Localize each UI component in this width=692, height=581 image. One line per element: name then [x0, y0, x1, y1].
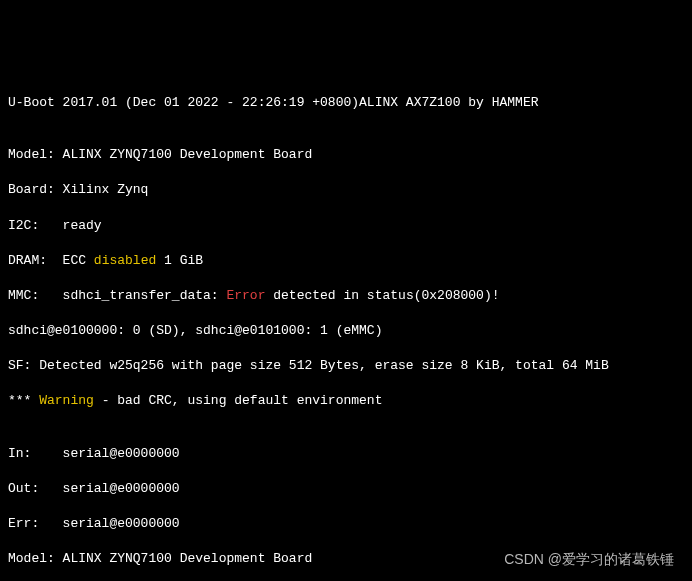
dram-disabled: disabled	[94, 253, 156, 268]
i2c-line: I2C: ready	[8, 217, 684, 235]
dram-line: DRAM: ECC disabled 1 GiB	[8, 252, 684, 270]
sdhci-line: sdhci@e0100000: 0 (SD), sdhci@e0101000: …	[8, 322, 684, 340]
dram-suffix: 1 GiB	[156, 253, 203, 268]
warning-line: *** Warning - bad CRC, using default env…	[8, 392, 684, 410]
board-line: Board: Xilinx Zynq	[8, 181, 684, 199]
terminal-output: U-Boot 2017.01 (Dec 01 2022 - 22:26:19 +…	[8, 76, 684, 581]
err-line: Err: serial@e0000000	[8, 515, 684, 533]
in-line: In: serial@e0000000	[8, 445, 684, 463]
mmc-line: MMC: sdhci_transfer_data: Error detected…	[8, 287, 684, 305]
mmc-prefix: MMC: sdhci_transfer_data:	[8, 288, 226, 303]
boot-header: U-Boot 2017.01 (Dec 01 2022 - 22:26:19 +…	[8, 94, 684, 112]
model2-line: Model: ALINX ZYNQ7100 Development Board	[8, 550, 684, 568]
out-line: Out: serial@e0000000	[8, 480, 684, 498]
dram-prefix: DRAM: ECC	[8, 253, 94, 268]
mmc-error: Error	[226, 288, 265, 303]
model-line: Model: ALINX ZYNQ7100 Development Board	[8, 146, 684, 164]
warn-stars: ***	[8, 393, 39, 408]
sf-line: SF: Detected w25q256 with page size 512 …	[8, 357, 684, 375]
mmc-suffix: detected in status(0x208000)!	[265, 288, 499, 303]
warn-suffix: - bad CRC, using default environment	[94, 393, 383, 408]
warning-word: Warning	[39, 393, 94, 408]
